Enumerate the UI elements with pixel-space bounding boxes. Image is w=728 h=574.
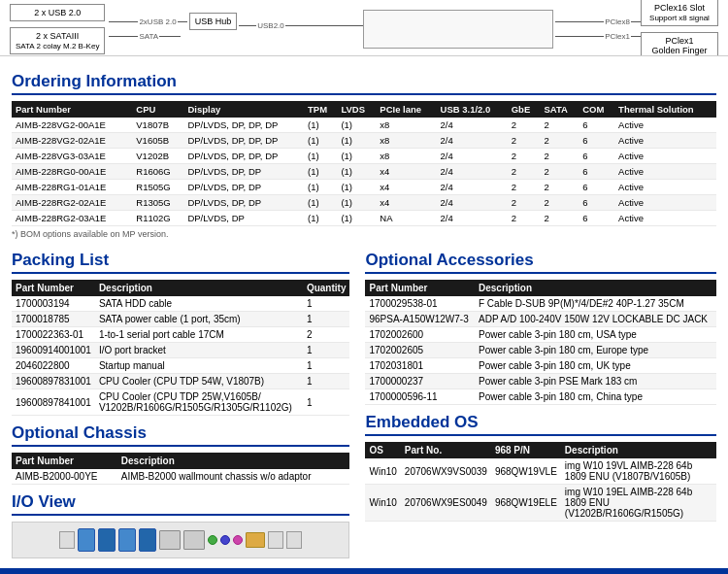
accessories-row: 1702031801Power cable 3-pin 180 cm, UK t… <box>365 358 716 374</box>
port-audio-2 <box>220 535 230 545</box>
ordering-col-pcie-lane: PCIe lane <box>376 101 436 118</box>
io-view-image <box>12 522 349 558</box>
chassis-row: AIMB-B2000-00YEAIMB-B2000 wallmount chas… <box>12 469 349 485</box>
port-vga <box>246 532 265 548</box>
port-usb-3 <box>118 528 136 552</box>
ordering-col-display: Display <box>183 101 304 118</box>
download-bar[interactable]: Online Download www.advantech.com/produc… <box>0 568 728 574</box>
port-usb-4 <box>139 528 156 552</box>
ordering-col-tpm: TPM <box>304 101 337 118</box>
port-serial-2 <box>268 531 283 549</box>
diagram-area: 2 x USB 2.0 2 x SATAIIISATA 2 colay M.2 … <box>0 0 728 56</box>
ordering-col-gbe: GbE <box>508 101 541 118</box>
packing-col-description: Description <box>95 280 303 296</box>
ordering-col-sata: SATA <box>540 101 579 118</box>
packing-row: 1700003194SATA HDD cable1 <box>12 296 349 312</box>
chassis-col-part-number: Part Number <box>12 453 117 469</box>
ordering-row: AIMB-228VG2-02A1EV1605BDP/LVDS, DP, DP, … <box>12 133 716 149</box>
ordering-col-com: COM <box>579 101 614 118</box>
ordering-table: Part NumberCPUDisplayTPMLVDSPCIe laneUSB… <box>12 101 716 226</box>
packing-row: 2046022800Startup manual1 <box>12 358 349 374</box>
usb-hub-box: USB Hub <box>189 13 238 30</box>
usb-box: 2 x USB 2.0 <box>10 4 105 21</box>
os-row: Win1020706WX9VS0039968QW19VLEimg W10 19V… <box>365 458 716 485</box>
port-serial-3 <box>286 531 302 549</box>
ordering-row: AIMB-228VG2-00A1EV1807BDP/LVDS, DP, DP, … <box>12 118 716 133</box>
packing-row: 19600897841001CPU Cooler (CPU TDP 25W,V1… <box>12 389 349 416</box>
ordering-col-cpu: CPU <box>132 101 183 118</box>
accessories-row: 1700000596-11Power cable 3-pin 180 cm, C… <box>365 389 716 405</box>
acc-col-part-number: Part Number <box>365 280 475 296</box>
chassis-col-description: Description <box>117 453 350 469</box>
pcie1-box: PClex1Golden Finger <box>641 32 718 57</box>
ordering-row: AIMB-228RG1-01A1ER1505GDP/LVDS, DP, DP(1… <box>12 180 716 195</box>
pcie16-box: PClex16 SlotSupport x8 signal <box>641 0 718 26</box>
packing-row: 1700022363-011-to-1 serial port cable 17… <box>12 327 349 343</box>
packing-title: Packing List <box>12 251 349 274</box>
packing-row: 19600914001001I/O port bracket1 <box>12 343 349 358</box>
accessories-row: 1700029538-01F Cable D-SUB 9P(M)*/4/DE#2… <box>365 296 716 312</box>
packing-row: 1700018785SATA power cable (1 port, 35cm… <box>12 312 349 327</box>
ordering-col-lvds: LVDS <box>337 101 376 118</box>
port-audio-1 <box>208 535 217 545</box>
accessories-row: 1702002605Power cable 3-pin 180 cm, Euro… <box>365 343 716 358</box>
packing-col-part-number: Part Number <box>12 280 95 296</box>
ordering-row: AIMB-228RG2-02A1ER1305GDP/LVDS, DP, DP(1… <box>12 195 716 211</box>
sata-box: 2 x SATAIIISATA 2 colay M.2 B-Key <box>10 27 105 54</box>
ordering-title: Ordering Information <box>12 72 716 95</box>
os-col-description: Description <box>561 442 716 458</box>
packing-col-quantity: Quantity <box>303 280 350 296</box>
port-eth-2 <box>183 530 205 550</box>
io-view-title: I/O View <box>12 492 349 516</box>
port-serial-1 <box>59 531 75 549</box>
accessories-row: 96PSA-A150W12W7-3ADP A/D 100-240V 150W 1… <box>365 312 716 327</box>
ordering-row: AIMB-228VG3-03A1EV1202BDP/LVDS, DP, DP, … <box>12 149 716 164</box>
acc-col-description: Description <box>475 280 716 296</box>
port-eth-1 <box>159 530 181 550</box>
optional-chassis-table: Part NumberDescription AIMB-B2000-00YEAI… <box>12 453 349 485</box>
ordering-row: AIMB-228RG2-03A1ER1102GDP/LVDS, DP(1)(1)… <box>12 211 716 226</box>
os-col-968-pn: 968 P/N <box>491 442 561 458</box>
accessories-row: 1700000237Power cable 3-pin PSE Mark 183… <box>365 374 716 389</box>
port-usb-1 <box>78 528 95 552</box>
accessories-row: 1702002600Power cable 3-pin 180 cm, USA … <box>365 327 716 343</box>
ordering-footnote: *) BOM options available on MP version. <box>12 229 716 239</box>
ordering-col-part-number: Part Number <box>12 101 132 118</box>
packing-table: Part NumberDescriptionQuantity 170000319… <box>12 280 349 416</box>
optional-chassis-title: Optional Chassis <box>12 423 349 447</box>
optional-accessories-title: Optional Accessories <box>365 251 716 274</box>
port-usb-2 <box>98 528 116 552</box>
os-col-os: OS <box>365 442 400 458</box>
packing-row: 19600897831001CPU Cooler (CPU TDP 54W, V… <box>12 374 349 389</box>
embedded-os-table: OSPart No.968 P/NDescription Win1020706W… <box>365 442 716 522</box>
os-row: Win1020706WX9ES0049968QW19ELEimg W10 19E… <box>365 485 716 522</box>
os-col-part-no: Part No. <box>401 442 491 458</box>
embedded-os-title: Embedded OS <box>365 413 716 436</box>
port-audio-3 <box>233 535 243 545</box>
main-content: Ordering Information Part NumberCPUDispl… <box>0 56 728 558</box>
ordering-row: AIMB-228RG0-00A1ER1606GDP/LVDS, DP, DP(1… <box>12 164 716 180</box>
ordering-col-thermal-solution: Thermal Solution <box>614 101 716 118</box>
optional-accessories-table: Part NumberDescription 1700029538-01F Ca… <box>365 280 716 405</box>
ordering-col-usb-3120: USB 3.1/2.0 <box>437 101 508 118</box>
